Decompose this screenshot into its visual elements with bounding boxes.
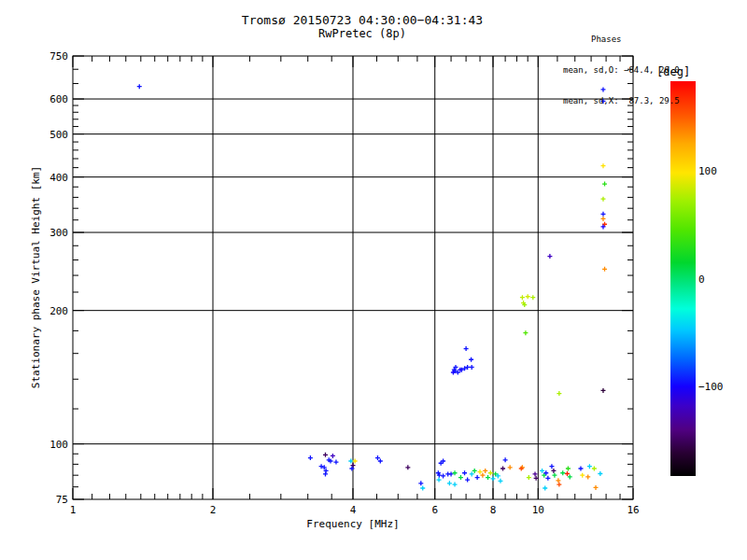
data-point: [137, 84, 142, 89]
data-point: [523, 330, 528, 335]
data-point: [437, 473, 442, 478]
data-point: [565, 471, 570, 476]
data-point: [533, 471, 538, 476]
data-point: [547, 254, 552, 259]
data-point: [447, 481, 452, 485]
data-point: [578, 467, 583, 471]
data-point: [478, 469, 483, 474]
data-point: [560, 470, 565, 475]
y-tick-label: 200: [49, 305, 68, 317]
data-point: [462, 470, 467, 475]
x-tick-label: 16: [627, 504, 639, 516]
data-point: [500, 467, 505, 471]
x-tick-label: 1: [70, 504, 77, 516]
colorbar-unit-label: [deg]: [656, 65, 690, 78]
y-tick-label: 600: [49, 93, 68, 105]
data-point: [470, 471, 474, 476]
y-tick-label: 400: [49, 172, 68, 184]
data-point: [600, 212, 605, 217]
data-point: [436, 470, 441, 475]
colorbar-tick-label: −100: [698, 381, 724, 393]
data-point: [566, 467, 571, 471]
x-tick-label: 4: [350, 504, 357, 516]
colorbar-gradient: [670, 81, 696, 476]
data-point: [600, 163, 605, 168]
data-point: [602, 182, 607, 187]
data-point: [480, 473, 485, 478]
data-point: [503, 457, 508, 462]
y-tick-label: 75: [56, 494, 68, 506]
data-point: [568, 474, 572, 479]
data-point: [405, 465, 410, 469]
x-tick-label: 10: [532, 504, 544, 516]
data-point: [549, 464, 554, 469]
data-point: [543, 485, 547, 490]
data-point: [349, 467, 354, 471]
data-point: [551, 469, 556, 473]
y-tick-label: 500: [49, 129, 68, 141]
data-point: [464, 346, 469, 351]
data-point: [333, 460, 338, 465]
x-tick-label: 6: [431, 504, 438, 516]
data-point: [520, 295, 525, 300]
data-point: [498, 479, 502, 483]
data-point: [552, 473, 557, 478]
y-tick-label: 100: [49, 439, 68, 451]
data-point: [308, 455, 313, 460]
x-tick-label: 8: [490, 504, 497, 516]
data-point: [594, 485, 599, 490]
data-point: [557, 483, 561, 487]
data-point: [580, 473, 585, 478]
data-point: [557, 391, 561, 396]
data-point: [331, 454, 335, 458]
ionogram-plot-window: 124681016751002003004005006007501000−100…: [0, 0, 747, 560]
data-point: [375, 455, 380, 460]
data-point: [437, 478, 442, 483]
data-point: [587, 464, 592, 469]
data-point: [600, 217, 605, 221]
data-point: [441, 473, 445, 478]
data-point: [592, 467, 597, 471]
data-point: [483, 469, 487, 473]
data-point: [600, 197, 605, 202]
data-point: [418, 481, 423, 485]
data-point: [527, 475, 531, 480]
data-point: [486, 475, 490, 480]
x-tick-label: 2: [210, 504, 217, 516]
data-point: [472, 469, 477, 473]
data-point: [491, 476, 496, 481]
data-point: [602, 267, 607, 272]
y-axis-label: Stationary phase Virtual Height [km]: [30, 166, 42, 388]
x-axis-label: Frequency [MHz]: [73, 518, 633, 530]
data-point: [420, 485, 425, 490]
data-point: [600, 388, 605, 393]
data-point: [545, 476, 550, 481]
data-point: [469, 357, 473, 362]
data-point: [488, 470, 493, 475]
data-point: [465, 478, 470, 483]
data-point: [378, 458, 383, 463]
colorbar-tick-label: 100: [698, 165, 717, 177]
data-point: [458, 475, 463, 480]
data-point: [470, 365, 474, 370]
colorbar-tick-label: 0: [698, 273, 705, 286]
data-point: [598, 471, 602, 476]
data-point: [585, 474, 590, 479]
data-point: [351, 463, 356, 468]
data-point: [556, 478, 560, 483]
y-tick-label: 300: [49, 227, 68, 239]
data-point: [508, 465, 513, 469]
data-point: [526, 294, 530, 299]
data-point: [453, 483, 458, 487]
phase-stats-line-x: mean, sd,X: 87.3, 29.5: [563, 96, 680, 106]
data-point: [530, 295, 535, 300]
phase-stats-title: Phases: [563, 35, 680, 45]
y-tick-label: 750: [49, 50, 68, 63]
data-point: [323, 453, 328, 457]
data-point: [475, 475, 480, 480]
data-point: [323, 471, 328, 476]
